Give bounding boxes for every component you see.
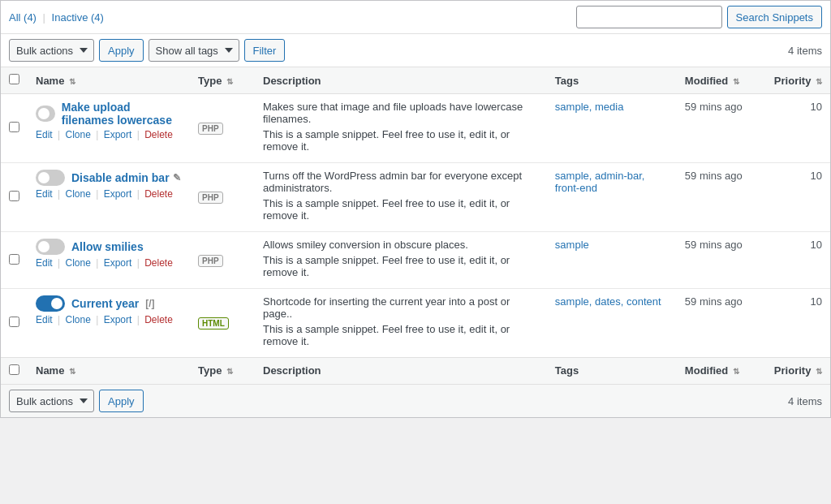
footer-type-sort-icon[interactable]: ⇅	[226, 367, 233, 376]
row-1-name-link[interactable]: Disable admin bar✎	[71, 171, 181, 184]
action-sep: |	[55, 188, 63, 200]
row-1-action-delete[interactable]: Delete	[144, 188, 173, 200]
table-footer: Name ⇅ Type ⇅ Description Tags Modified …	[1, 358, 830, 385]
items-count-bottom: 4 items	[788, 395, 822, 407]
action-sep: |	[55, 129, 63, 140]
row-1-modified: 59 mins ago	[677, 163, 766, 232]
table-header: Name ⇅ Type ⇅ Description Tags Modified …	[1, 67, 830, 94]
row-1-action-clone[interactable]: Clone	[65, 188, 90, 200]
row-3-action-export[interactable]: Export	[104, 314, 132, 325]
row-3-tags-cell: sample, dates, content	[547, 289, 677, 358]
select-all-checkbox-bottom[interactable]	[9, 364, 19, 375]
row-3-checkbox[interactable]	[9, 317, 19, 327]
row-0-toggle[interactable]	[36, 106, 55, 122]
row-1-actions: Edit | Clone | Export | Delete	[36, 188, 182, 200]
row-3-toggle[interactable]	[36, 295, 65, 312]
row-2-action-edit[interactable]: Edit	[36, 257, 53, 269]
snippets-page: All (4) | Inactive (4) Search Snippets B…	[0, 0, 831, 418]
action-sep: |	[134, 188, 142, 200]
row-0-action-export[interactable]: Export	[104, 129, 132, 140]
row-2-actions: Edit | Clone | Export | Delete	[36, 257, 182, 269]
bulk-actions-select-top[interactable]: Bulk actions	[9, 39, 94, 62]
action-sep: |	[55, 257, 63, 269]
col-header-check	[1, 67, 28, 94]
row-1-action-edit[interactable]: Edit	[36, 188, 53, 200]
search-input[interactable]	[576, 6, 722, 28]
name-sort-icon[interactable]: ⇅	[69, 77, 75, 86]
footer-priority-sort-icon[interactable]: ⇅	[816, 367, 822, 376]
row-1-toggle[interactable]	[36, 170, 65, 186]
table-row: Allow smiliesEdit | Clone | Export | Del…	[1, 232, 830, 289]
row-3-actions: Edit | Clone | Export | Delete	[36, 314, 182, 325]
row-0-modified: 59 mins ago	[677, 94, 766, 163]
table-row: Current year[/]Edit | Clone | Export | D…	[1, 289, 830, 358]
row-0-name-cell: Make upload filenames lowercaseEdit | Cl…	[28, 94, 190, 163]
show-all-tags-select[interactable]: Show all tags	[149, 39, 239, 62]
row-0-check	[1, 94, 28, 163]
footer-type-col: Type ⇅	[190, 358, 255, 385]
row-1-pencil-icon: ✎	[173, 172, 181, 183]
row-2-action-export[interactable]: Export	[104, 257, 132, 269]
row-2-checkbox[interactable]	[9, 254, 19, 265]
row-2-action-delete[interactable]: Delete	[144, 257, 173, 269]
row-0-actions: Edit | Clone | Export | Delete	[36, 129, 182, 140]
modified-sort-icon[interactable]: ⇅	[733, 77, 739, 86]
row-1-checkbox[interactable]	[9, 191, 19, 201]
select-all-checkbox[interactable]	[9, 74, 19, 84]
row-1-check	[1, 163, 28, 232]
row-0-tags: sample, media	[555, 101, 624, 113]
row-2-modified: 59 mins ago	[677, 232, 766, 289]
row-0-action-edit[interactable]: Edit	[36, 129, 53, 140]
action-sep: |	[134, 129, 142, 140]
row-1-name-cell: Disable admin bar✎Edit | Clone | Export …	[28, 163, 190, 232]
table-body: Make upload filenames lowercaseEdit | Cl…	[1, 94, 830, 358]
row-3-desc-sample: This is a sample snippet. Feel free to u…	[263, 323, 539, 347]
col-header-tags: Tags	[547, 67, 677, 94]
row-3-type-cell: HTML	[190, 289, 255, 358]
footer-name-sort-icon[interactable]: ⇅	[69, 367, 75, 376]
footer-mod-col: Modified ⇅	[677, 358, 766, 385]
apply-button-top[interactable]: Apply	[99, 39, 144, 62]
filter-all-link[interactable]: All (4)	[9, 11, 37, 24]
row-2-name-cell: Allow smiliesEdit | Clone | Export | Del…	[28, 232, 190, 289]
row-0-checkbox[interactable]	[9, 122, 19, 132]
row-0-action-clone[interactable]: Clone	[65, 129, 90, 140]
toolbar-top: Bulk actions Apply Show all tags Filter …	[1, 34, 830, 67]
row-0-type-cell: PHP	[190, 94, 255, 163]
row-2-toggle[interactable]	[36, 239, 65, 255]
priority-sort-icon[interactable]: ⇅	[816, 77, 822, 86]
search-snippets-button[interactable]: Search Snippets	[727, 6, 822, 28]
row-0-name-link[interactable]: Make upload filenames lowercase	[62, 101, 182, 127]
filter-button[interactable]: Filter	[244, 39, 286, 62]
row-2-priority: 10	[766, 232, 830, 289]
row-0-tags-cell: sample, media	[547, 94, 677, 163]
row-3-action-edit[interactable]: Edit	[36, 314, 53, 325]
footer-modified-sort-icon[interactable]: ⇅	[733, 367, 739, 376]
filter-links: All (4) | Inactive (4)	[9, 11, 104, 24]
row-1-type-cell: PHP	[190, 163, 255, 232]
action-sep: |	[93, 129, 101, 140]
filter-inactive-link[interactable]: Inactive (4)	[52, 11, 104, 24]
footer-name-col: Name ⇅	[28, 358, 190, 385]
row-0-desc-main: Makes sure that image and file uploads h…	[263, 101, 539, 125]
row-1-tags-cell: sample, admin-bar, front-end	[547, 163, 677, 232]
col-header-type: Type ⇅	[190, 67, 255, 94]
row-3-check	[1, 289, 28, 358]
action-sep: |	[55, 314, 63, 325]
col-header-description: Description	[255, 67, 547, 94]
row-1-action-export[interactable]: Export	[104, 188, 132, 200]
row-2-action-clone[interactable]: Clone	[65, 257, 90, 269]
footer-desc-col: Description	[255, 358, 547, 385]
row-3-action-clone[interactable]: Clone	[65, 314, 90, 325]
row-2-name-link[interactable]: Allow smilies	[71, 240, 144, 253]
row-0-action-delete[interactable]: Delete	[144, 129, 173, 140]
action-sep: |	[93, 188, 101, 200]
row-2-tags: sample	[555, 239, 589, 251]
row-0-priority: 10	[766, 94, 830, 163]
row-2-desc-sample: This is a sample snippet. Feel free to u…	[263, 254, 539, 278]
type-sort-icon[interactable]: ⇅	[226, 77, 233, 86]
row-3-action-delete[interactable]: Delete	[144, 314, 173, 325]
row-3-name-link[interactable]: Current year[/]	[71, 297, 155, 310]
apply-button-bottom[interactable]: Apply	[99, 390, 144, 412]
bulk-actions-select-bottom[interactable]: Bulk actions	[9, 390, 94, 412]
